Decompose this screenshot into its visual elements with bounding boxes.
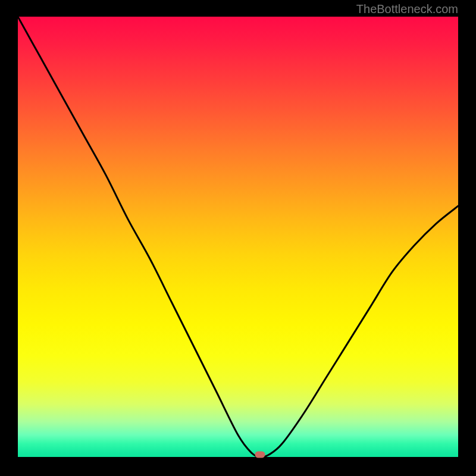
bottleneck-curve-path bbox=[18, 17, 458, 457]
chart-container: TheBottleneck.com bbox=[0, 0, 476, 476]
plot-area bbox=[18, 17, 458, 457]
watermark-text: TheBottleneck.com bbox=[356, 2, 458, 16]
curve-svg bbox=[18, 17, 458, 457]
optimum-marker bbox=[255, 452, 265, 458]
